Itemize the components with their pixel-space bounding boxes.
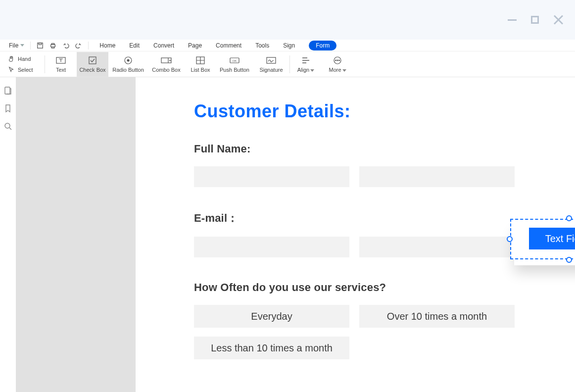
signature-icon [265,56,277,65]
resize-handle-w[interactable] [507,236,513,242]
select-tool[interactable]: Select [8,64,45,75]
svg-text:OK: OK [233,59,237,62]
email-field-1[interactable] [194,237,349,257]
resize-handle-s[interactable] [566,257,572,263]
print-icon[interactable] [49,42,56,49]
page-title: Customer Details: [194,101,575,122]
ribbon-form-tools: Text Check Box Radio Button Combo Box Li… [45,52,289,77]
listbox-icon [194,56,206,65]
svg-rect-3 [52,43,54,45]
pages-panel-icon[interactable] [3,86,12,95]
svg-rect-0 [38,43,43,48]
radio-icon [122,56,134,65]
tab-form[interactable]: Form [309,41,336,50]
fullname-row [194,166,575,187]
svg-rect-1 [39,43,42,45]
tab-sign[interactable]: Sign [283,42,295,49]
maximize-button[interactable] [530,15,539,24]
ribbon-left-tools: Hand Select [0,53,45,75]
tool-more[interactable]: More [322,52,353,77]
options-row-1: Everyday Over 10 times a month [194,305,575,328]
redo-icon[interactable] [75,42,82,49]
tool-checkbox[interactable]: Check Box [77,52,108,77]
option-over10[interactable]: Over 10 times a month [359,305,515,328]
document-canvas[interactable]: Customer Details: Full Name: E-mail： How… [136,77,575,392]
svg-rect-18 [5,87,10,94]
file-menu-label: File [9,42,18,49]
tool-text-label: Text [56,67,66,73]
tool-signature[interactable]: Signature [253,52,289,77]
option-less10[interactable]: Less than 10 times a month [194,337,349,359]
minimize-icon [508,19,517,21]
tool-checkbox-label: Check Box [79,67,105,73]
select-label: Select [18,67,33,73]
align-icon [300,56,312,65]
tool-text[interactable]: Text [45,52,77,77]
quick-access [30,42,89,49]
tool-radio-label: Radio Button [112,67,144,73]
tab-home[interactable]: Home [99,42,115,49]
close-button[interactable] [553,15,562,24]
tab-tools[interactable]: Tools [255,42,269,49]
workspace: Customer Details: Full Name: E-mail： How… [0,77,575,392]
select-icon [8,66,15,73]
fullname-field-2[interactable] [359,166,515,187]
titlebar [0,0,575,40]
chevron-down-icon [20,44,24,47]
more-icon [332,56,343,65]
svg-point-17 [339,60,340,61]
checkbox-icon [87,56,98,65]
save-icon[interactable] [37,42,44,49]
tool-combo[interactable]: Combo Box [148,52,185,77]
separator [88,42,89,49]
option-everyday[interactable]: Everyday [194,305,349,328]
maximize-icon [531,16,539,24]
hand-label: Hand [18,56,31,62]
tool-more-label: More [329,67,346,73]
hand-tool[interactable]: Hand [8,53,45,64]
tool-push-label: Push Button [220,67,249,73]
tab-edit[interactable]: Edit [129,42,140,49]
file-menu[interactable]: File [9,42,24,49]
thumbnail-panel[interactable] [16,77,136,392]
tool-radio[interactable]: Radio Button [108,52,148,77]
tool-align-label: Align [297,67,314,73]
svg-point-15 [335,60,336,61]
pushbutton-icon: OK [229,56,240,65]
left-sidebar [0,77,16,392]
undo-icon[interactable] [62,42,69,49]
tab-comment[interactable]: Comment [216,42,241,49]
tool-listbox-label: List Box [191,67,210,73]
label-services: How Often do you use our services? [194,281,575,294]
selected-text-field[interactable]: Text Field1 [510,219,575,259]
options-row-2: Less than 10 times a month [194,337,575,359]
fullname-field-1[interactable] [194,166,349,187]
close-icon [553,15,562,25]
tool-push[interactable]: OK Push Button [216,52,253,77]
tool-listbox[interactable]: List Box [185,52,216,77]
minimize-button[interactable] [508,15,517,24]
tool-align[interactable]: Align [290,52,322,77]
hand-icon [8,55,15,62]
label-full-name: Full Name: [194,143,575,155]
svg-point-19 [5,123,10,128]
svg-point-8 [127,59,129,61]
bookmark-panel-icon[interactable] [3,104,12,113]
svg-rect-13 [267,57,276,63]
resize-handle-n[interactable] [566,215,572,221]
search-panel-icon[interactable] [3,122,12,131]
menubar: File Home Edit Convert Page Comment Tool… [0,40,575,51]
svg-rect-6 [89,57,96,64]
svg-rect-4 [52,47,54,48]
tab-page[interactable]: Page [188,42,202,49]
ribbon: Hand Select Text Check Box Radio Button … [0,51,575,77]
combobox-icon [160,56,172,65]
svg-rect-2 [51,45,55,47]
email-field-2[interactable] [359,237,515,257]
separator [30,42,31,49]
menubar-tabs: Home Edit Convert Page Comment Tools Sig… [99,41,336,50]
textfield-icon [55,56,67,65]
tool-combo-label: Combo Box [152,67,180,73]
tab-convert[interactable]: Convert [153,42,174,49]
tool-signature-label: Signature [259,67,283,73]
